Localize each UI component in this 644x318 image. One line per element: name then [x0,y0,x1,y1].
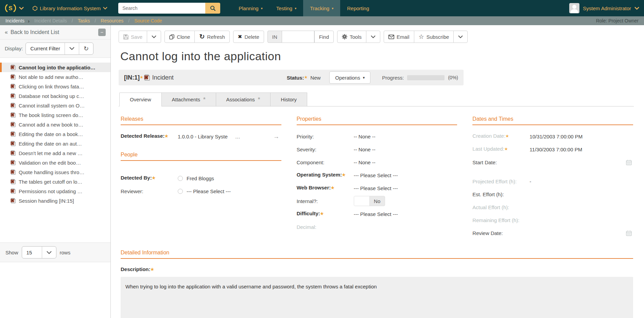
list-item[interactable]: Quote handling issues thro… [0,167,110,177]
email-button[interactable]: Email [384,31,414,43]
tools-caret-button[interactable] [366,31,380,43]
find-prefix: IN [267,31,282,43]
incident-doc-icon [11,65,16,70]
breadcrumb-tasks[interactable]: Tasks [78,18,90,23]
detected-release-label: Detected Release:★ [121,133,178,139]
find-button[interactable]: Find [314,31,334,43]
save-button[interactable]: Save [119,31,147,43]
severity-value[interactable]: -- None -- [354,147,376,152]
list-item[interactable]: Database not backing up c… [0,91,110,101]
breadcrumb-resources[interactable]: Resources [101,18,123,23]
remaining-effort-row: Remaining Effort (h): [472,214,633,227]
project-selector[interactable]: Library Information System [33,5,107,11]
find-prefix-label: IN [272,34,277,40]
hexagon-icon [33,6,37,11]
refresh-button[interactable]: ↻ Refresh [194,31,229,43]
severity-row: Severity: -- None -- [297,143,457,156]
list-item[interactable]: Not able to add new autho… [0,72,110,82]
rows-label: rows [60,250,71,255]
search-button[interactable] [205,3,220,14]
main-nav: Planning ▾ Testing ▾ Tracking ▾ Reportin… [232,0,376,16]
search-input[interactable] [118,3,205,14]
list-item[interactable]: Cannot install system on O… [0,101,110,110]
detected-by-value[interactable]: Fred Bloggs [187,175,214,181]
rows-select[interactable]: 15 [22,247,42,258]
tab-history[interactable]: History [270,93,307,106]
back-to-incident-list-link[interactable]: Back to Incident List [11,29,59,35]
required-star-icon: ★ [320,211,324,216]
tab-label: Associations [226,97,255,102]
app-logo-menu[interactable]: S [5,2,24,14]
breadcrumb-separator: / [94,18,96,23]
list-item[interactable]: Doesn't let me add a new … [0,148,110,158]
subscribe-caret-button[interactable] [453,31,468,43]
ellipsis-button[interactable]: … [235,134,241,139]
nav-reporting[interactable]: Reporting [340,0,376,16]
reviewer-radio[interactable] [178,189,183,194]
calendar-icon[interactable] [626,230,633,236]
detected-release-value[interactable]: 1.0.0.0 - Library Syste [178,134,228,139]
list-item[interactable]: The book listing screen do… [0,110,110,120]
list-item[interactable]: Validation on the edit boo… [0,158,110,167]
list-item[interactable]: The tables get cutoff on lo… [0,177,110,186]
delete-button[interactable]: ✖ Delete [233,31,264,43]
required-star-icon: ★ [152,175,156,180]
tools-button[interactable]: Tools [337,31,366,43]
incident-doc-icon [11,93,16,99]
user-menu[interactable]: System Administrator [569,3,639,13]
detected-by-radio[interactable] [178,176,183,181]
operations-button[interactable]: Operations ▾ [329,71,370,84]
priority-value[interactable]: -- None -- [354,134,376,139]
nav-planning[interactable]: Planning ▾ [232,0,269,16]
list-item[interactable]: Editing the date on an aut… [0,139,110,148]
detected-by-row: Detected By:★ Fred Bloggs [121,172,281,185]
creation-date-value: 10/31/2003 7:00:00 PM [529,134,582,139]
component-value[interactable]: -- None -- [354,160,376,165]
filter-select[interactable]: Current Filter [26,43,65,54]
search-icon [210,5,216,11]
subscribe-button[interactable]: ☆ Subscribe [414,31,454,43]
list-item[interactable]: Editing the date on a book… [0,129,110,139]
list-item-label: The book listing screen do… [19,112,83,118]
description-textarea[interactable]: When trying to log into the application … [121,277,633,318]
est-effort-label: Est. Effort (h): [472,191,529,197]
internal-toggle[interactable]: No [354,196,385,206]
incident-doc-icon [11,160,16,165]
list-item[interactable]: Cannot add a new book to… [0,120,110,129]
decimal-row: Decimal: [297,220,457,233]
web-browser-value[interactable]: --- Please Select --- [354,185,398,191]
operating-system-value[interactable]: --- Please Select --- [354,172,398,178]
rows-select-caret-button[interactable] [42,247,56,258]
save-label: Save [131,34,142,40]
breadcrumb-incidents[interactable]: Incidents [5,18,24,23]
list-item[interactable]: Clicking on link throws fata… [0,82,110,91]
detected-by-label: Detected By:★ [121,175,178,181]
reviewer-value[interactable]: --- Please Select --- [187,188,231,194]
incident-doc-icon [11,74,16,80]
list-item[interactable]: Permissions not updating … [0,186,110,196]
internal-label: Internal?: [297,198,354,204]
list-item[interactable]: Cannot log into the applicatio… [0,63,110,72]
difficulty-value[interactable]: --- Please Select --- [354,211,398,217]
nav-tracking[interactable]: Tracking ▾ [303,0,340,16]
save-caret-button[interactable] [147,31,161,43]
list-item[interactable]: Session handling [IN:15] [0,196,110,205]
breadcrumb-source-code[interactable]: Source Code [134,18,162,23]
nav-testing[interactable]: Testing ▾ [269,0,303,16]
save-icon [123,34,128,39]
find-input[interactable] [282,31,314,43]
tab-overview[interactable]: Overview [119,93,162,106]
filter-refresh-button[interactable]: ↻ [79,43,93,54]
clone-button[interactable]: Clone [164,31,195,43]
breadcrumb-incident-details: Incident Details [34,18,67,23]
calendar-icon[interactable] [626,160,633,165]
delete-label: Delete [244,34,259,40]
goto-release-arrow-icon[interactable]: → [273,133,281,140]
required-star-icon: ★ [304,74,308,81]
tab-associations[interactable]: Associations* [216,93,271,106]
filter-select-caret-button[interactable] [65,43,79,54]
incident-doc-icon [11,131,16,137]
progress-percent: (0%) [448,75,458,80]
tab-attachments[interactable]: Attachments* [161,93,216,106]
sidebar-collapse-button[interactable]: − [98,29,106,36]
